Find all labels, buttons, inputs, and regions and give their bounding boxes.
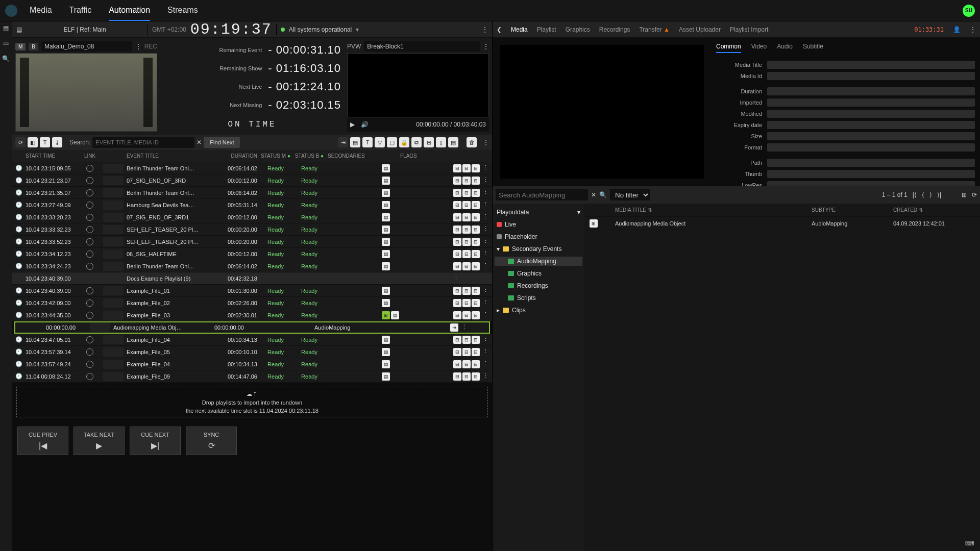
search-icon[interactable]: 🔍 xyxy=(2,55,10,62)
tool-a-icon[interactable]: ◧ xyxy=(28,137,38,147)
tree-node-graphics[interactable]: Graphics xyxy=(495,269,582,278)
flag-icon[interactable]: ▤ xyxy=(382,250,390,258)
system-status[interactable]: All systems operational xyxy=(289,26,352,33)
action-a-icon[interactable]: ⊟ xyxy=(453,164,461,172)
clear-search-icon[interactable]: ✕ xyxy=(197,139,202,146)
pager-last-icon[interactable]: ⟩| xyxy=(937,191,941,198)
col-status-b[interactable]: STATUS B ● xyxy=(294,153,325,159)
t7-icon[interactable]: ⊞ xyxy=(424,137,434,147)
pager-first-icon[interactable]: |⟨ xyxy=(913,191,917,198)
table-row[interactable]: 🕘10.04 23:44:35.00Example_File_0300:02:3… xyxy=(12,309,492,321)
action-a-icon[interactable]: ⊟ xyxy=(453,213,461,221)
action-a-icon[interactable]: ⊟ xyxy=(453,201,461,209)
table-row[interactable]: 🕘10.04 23:42:09.00Example_File_0200:02:2… xyxy=(12,297,492,309)
action-b-icon[interactable]: ⊟ xyxy=(462,164,471,172)
user-icon[interactable]: 👤 xyxy=(953,26,961,33)
row-more-icon[interactable]: ⋮ xyxy=(483,250,488,258)
action-b-icon[interactable]: ⊟ xyxy=(462,189,471,197)
action-b-icon[interactable]: ⊟ xyxy=(462,250,471,258)
row-more-icon[interactable]: ⋮ xyxy=(483,262,488,270)
rtab-asset-uploader[interactable]: Asset Uploader xyxy=(679,26,721,33)
menu-icon[interactable]: ▤ xyxy=(16,26,22,33)
table-row[interactable]: 🕘10.04 23:33:20.2307_SIG_END_OF_3RD100:0… xyxy=(12,211,492,223)
row-more-icon[interactable]: ⋮ xyxy=(483,360,488,368)
action-b-icon[interactable]: ⊟ xyxy=(462,262,471,270)
action-b-icon[interactable]: ⊟ xyxy=(462,360,471,368)
action-a-icon[interactable]: ⊟ xyxy=(453,311,461,319)
col-event-title[interactable]: EVENT TITLE xyxy=(127,153,213,159)
row-more-icon[interactable]: ⋮ xyxy=(483,336,488,344)
more-icon[interactable]: ⋮ xyxy=(482,26,488,33)
take-next-button[interactable]: TAKE NEXT▶ xyxy=(74,427,125,455)
tree-node-recordings[interactable]: Recordings xyxy=(495,281,582,290)
delete-icon[interactable]: 🗑 xyxy=(467,137,477,147)
table-row[interactable]: 🕘10.04 23:57:39.14Example_File_0500:00:1… xyxy=(12,346,492,358)
table-row[interactable]: 10.04 23:40:39.00Docs Example Playlist (… xyxy=(12,272,492,285)
rtab-playlist-import[interactable]: Playlist Import xyxy=(730,26,768,33)
col-duration[interactable]: DURATION xyxy=(216,153,257,159)
flag-icon[interactable]: ▤ xyxy=(382,360,390,368)
pgm-more-icon[interactable]: ⋮ xyxy=(135,43,141,50)
play-icon[interactable]: ▶ xyxy=(350,121,355,128)
tree-node-audiomapping[interactable]: AudioMapping xyxy=(495,257,582,266)
browser-filter-select[interactable]: No filter xyxy=(610,189,650,201)
tree-node-scripts[interactable]: Scripts xyxy=(495,293,582,303)
table-row[interactable]: 🕘10.04 23:34:24.23Berlin Thunder Team On… xyxy=(12,260,492,272)
action-c-icon[interactable]: ⊟ xyxy=(472,360,480,368)
flag-icon[interactable]: ▤ xyxy=(382,213,390,221)
action-c-icon[interactable]: ⊟ xyxy=(472,372,480,381)
view-mode-icon[interactable]: ▤ xyxy=(3,24,9,32)
rtab-transfer[interactable]: Transfer xyxy=(639,26,669,33)
flag-icon[interactable]: ▤ xyxy=(382,164,390,172)
meta-tab-audio[interactable]: Audio xyxy=(777,43,793,53)
action-a-icon[interactable]: ⊟ xyxy=(453,250,461,258)
playlist-drop-zone[interactable]: ☁︎⭡ Drop playlists to import into the ru… xyxy=(16,387,488,417)
action-b-icon[interactable]: ⊟ xyxy=(462,201,471,209)
col-link[interactable]: LINK xyxy=(80,153,100,159)
lock-icon[interactable]: 🔒 xyxy=(399,137,409,147)
rec-indicator[interactable]: REC xyxy=(144,43,157,50)
t5-icon[interactable]: ▢ xyxy=(387,137,397,147)
t6-icon[interactable]: ⧉ xyxy=(411,137,422,147)
find-next-button[interactable]: Find Next xyxy=(204,137,240,148)
lcol-subtype[interactable]: SUBTYPE xyxy=(812,207,883,213)
action-c-icon[interactable]: ⊟ xyxy=(472,177,480,185)
row-more-icon[interactable]: ⋮ xyxy=(483,372,488,381)
action-b-icon[interactable]: ⊟ xyxy=(462,177,471,185)
flag-icon[interactable]: ▤ xyxy=(382,177,390,185)
flag-icon[interactable]: ▤ xyxy=(382,201,390,209)
browser-refresh-icon[interactable]: ⟳ xyxy=(972,191,977,198)
action-a-icon[interactable]: ⊟ xyxy=(453,287,461,295)
action-b-icon[interactable]: ⊟ xyxy=(462,372,471,381)
action-a-icon[interactable]: ⊟ xyxy=(453,299,461,307)
action-c-icon[interactable]: ⊟ xyxy=(472,189,480,197)
action-a-icon[interactable]: ⊟ xyxy=(453,360,461,368)
browser-search-icon[interactable]: 🔍 xyxy=(599,191,607,198)
action-c-icon[interactable]: ⊟ xyxy=(472,238,480,246)
t3-icon[interactable]: T xyxy=(362,137,373,147)
flag-icon[interactable]: ▤ xyxy=(391,311,399,319)
action-b-icon[interactable]: ⊟ xyxy=(462,238,471,246)
panel-back-icon[interactable]: ❮ xyxy=(497,26,502,33)
action-a-icon[interactable]: ⊟ xyxy=(453,262,461,270)
table-row[interactable]: 🕘10.04 23:57:49.24Example_File_0400:10:3… xyxy=(12,358,492,370)
action-c-icon[interactable]: ⊟ xyxy=(472,262,480,270)
flag-icon[interactable]: ▤ xyxy=(382,372,390,381)
action-c-icon[interactable]: ⊟ xyxy=(472,287,480,295)
action-a-icon[interactable]: ⊟ xyxy=(453,189,461,197)
table-row[interactable]: 🕘10.04 23:21:23.0707_SIG_END_OF_3RD00:00… xyxy=(12,174,492,187)
nav-streams[interactable]: Streams xyxy=(167,1,198,21)
refresh-icon[interactable]: ⟳ xyxy=(15,137,26,147)
action-b-icon[interactable]: ⊟ xyxy=(462,348,471,356)
table-row[interactable]: 🕘10.04 23:21:35.07Berlin Thunder Team On… xyxy=(12,187,492,199)
table-row[interactable]: 🕘10.04 23:15:09.05Berlin Thunder Team On… xyxy=(12,162,492,174)
chevron-down-icon[interactable]: ▾ xyxy=(356,26,359,33)
right-more-icon[interactable]: ⋮ xyxy=(970,26,976,33)
action-b-icon[interactable]: ⊟ xyxy=(462,287,471,295)
row-more-icon[interactable]: ⋮ xyxy=(483,299,488,307)
action-c-icon[interactable]: ⊟ xyxy=(472,226,480,234)
event-search-input[interactable] xyxy=(92,137,194,148)
flag-icon[interactable]: ▤ xyxy=(382,238,390,246)
row-more-icon[interactable]: ⋮ xyxy=(483,164,488,172)
action-a-icon[interactable]: ⊟ xyxy=(453,238,461,246)
